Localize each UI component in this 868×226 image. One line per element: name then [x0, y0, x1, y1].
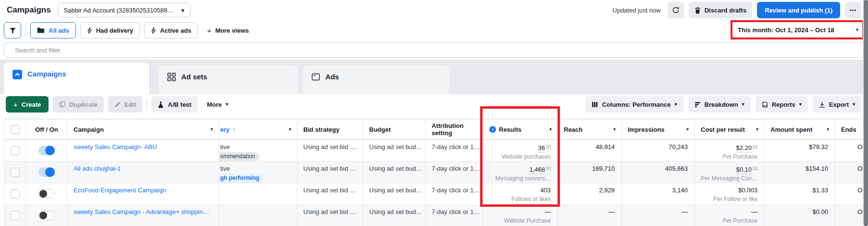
- campaigns-table: Off / On Campaign ▾ ery ↑ ▾ Bid strategy…: [4, 119, 863, 226]
- refresh-icon: [672, 6, 680, 14]
- ad-sets-grid-icon: [167, 73, 176, 81]
- chevron-down-icon: ▾: [549, 127, 552, 132]
- amount-spent-cell: $1.33: [765, 183, 835, 204]
- budget-cell: Using ad set bud…: [363, 183, 426, 204]
- create-button[interactable]: + Create: [6, 96, 49, 113]
- top-bar-actions: Updated just now Discard drafts Review: [612, 2, 861, 18]
- ends-cell: Ongoing: [835, 162, 863, 183]
- row-select-checkbox[interactable]: [4, 183, 26, 204]
- toolbar-right: Columns: Performance ▾ Breakdown ▾ Repor…: [585, 96, 861, 113]
- ad-account-name: Sabbir Ad Account (32835025310589…: [64, 7, 174, 14]
- search-input[interactable]: [4, 42, 864, 58]
- column-header-campaign[interactable]: Campaign ▾: [68, 119, 219, 139]
- campaign-toggle[interactable]: [38, 211, 55, 220]
- campaign-name-link[interactable]: All ads chuijhal-1: [74, 165, 121, 172]
- row-select-checkbox[interactable]: [4, 205, 26, 226]
- filters-button[interactable]: [4, 22, 21, 38]
- column-header-bid-strategy[interactable]: Bid strategy: [298, 119, 363, 139]
- campaign-toggle[interactable]: [38, 167, 55, 177]
- chevron-down-icon: ▾: [181, 7, 185, 13]
- view-chip-all-ads[interactable]: All ads: [30, 22, 76, 38]
- date-range-label: This month: Oct 1, 2024 – Oct 18: [738, 26, 834, 34]
- delivery-cell: tive gh performing: [219, 162, 298, 183]
- results-cell: 403 Follows or likes: [484, 183, 558, 204]
- reach-cell: 189,710: [558, 162, 622, 183]
- delivery-cell: [219, 183, 298, 204]
- column-header-delivery[interactable]: ery ↑ ▾: [219, 119, 298, 139]
- budget-cell: Using ad set bud…: [363, 162, 426, 183]
- chevron-down-icon: ▾: [756, 127, 758, 132]
- column-header-ends[interactable]: Ends: [835, 119, 863, 139]
- review-publish-button[interactable]: Review and publish (1): [757, 2, 840, 18]
- column-header-budget[interactable]: Budget: [363, 119, 426, 139]
- attribution-cell: 7-day click or 1…: [426, 162, 484, 183]
- campaign-name-link[interactable]: sweety Sales Campaign- ABU: [74, 143, 157, 151]
- discard-drafts-button[interactable]: Discard drafts: [689, 2, 752, 18]
- edit-button[interactable]: Edit: [108, 96, 143, 113]
- folder-icon: [37, 27, 45, 34]
- attribution-cell: 7-day click or 1…: [426, 183, 484, 204]
- ad-account-selector[interactable]: Sabbir Ad Account (32835025310589… ▾: [58, 3, 191, 17]
- view-chip-had-delivery[interactable]: Had delivery: [80, 22, 140, 38]
- row-select-checkbox[interactable]: [4, 162, 26, 183]
- tab-ad-sets[interactable]: Ad sets: [159, 65, 298, 94]
- tab-ads[interactable]: Ads: [303, 65, 449, 94]
- duplicate-button[interactable]: Duplicate: [53, 96, 104, 113]
- columns-dropdown[interactable]: Columns: Performance ▾: [585, 96, 683, 113]
- bid-strategy-cell: Using ad set bid …: [298, 140, 363, 161]
- select-all-checkbox[interactable]: [4, 119, 26, 139]
- view-chip-active-ads[interactable]: Active ads: [144, 22, 198, 38]
- campaign-toggle[interactable]: [38, 146, 55, 155]
- campaign-toggle[interactable]: [38, 189, 55, 199]
- table-row: EcoFood-Engagement Campaign Using ad set…: [4, 183, 863, 205]
- copy-icon: [59, 101, 65, 108]
- delivery-badge: ommendation: [219, 152, 260, 161]
- attribution-cell: 7-day click or 1…: [426, 140, 484, 161]
- amount-spent-cell: $0.00: [765, 205, 835, 226]
- breakdown-icon: [694, 101, 701, 108]
- chevron-down-icon: ▾: [799, 102, 802, 107]
- cost-per-result-cell: — Per Purchase: [695, 205, 765, 226]
- delivery-cell: [219, 205, 298, 226]
- export-icon: [819, 101, 825, 108]
- column-header-results[interactable]: i Results ▾: [484, 119, 558, 139]
- cost-per-result-cell: $2.20[2] Per Purchase: [695, 140, 765, 161]
- overflow-menu-button[interactable]: •••: [845, 2, 861, 18]
- columns-icon: [592, 101, 598, 108]
- cost-per-result-cell: $0.003 Per Follow or like: [695, 183, 765, 204]
- column-header-reach[interactable]: Reach ▾: [558, 119, 622, 139]
- column-header-attribution[interactable]: Attribution setting: [426, 119, 484, 139]
- campaign-name-link[interactable]: EcoFood-Engagement Campaign: [74, 187, 166, 194]
- campaign-name-link[interactable]: sweety Sales Campaign - Advantage+ shopp…: [74, 208, 209, 215]
- pencil-icon: [114, 101, 121, 108]
- more-dropdown[interactable]: More ▾: [202, 96, 233, 113]
- flask-icon: [158, 101, 164, 108]
- vertical-scrollbar[interactable]: [863, 0, 868, 226]
- chevron-down-icon: ▾: [211, 127, 213, 132]
- ads-manager-page: Campaigns Sabbir Ad Account (32835025310…: [0, 0, 868, 226]
- column-header-impressions[interactable]: Impressions ▾: [622, 119, 695, 139]
- amount-spent-cell: $154.10: [765, 162, 835, 183]
- bid-strategy-cell: Using ad set bid …: [298, 183, 363, 204]
- table-row: All ads chuijhal-1 tive gh performing Us…: [4, 162, 863, 183]
- reports-dropdown[interactable]: Reports ▾: [756, 96, 808, 113]
- bid-strategy-cell: Using ad set bid …: [298, 162, 363, 183]
- scrollbar-thumb[interactable]: [864, 0, 868, 226]
- reach-cell: —: [558, 205, 622, 226]
- ab-test-button[interactable]: A/B test: [151, 96, 198, 113]
- reach-cell: 2,928: [558, 183, 622, 204]
- export-dropdown[interactable]: Export ▾: [813, 96, 861, 113]
- tab-campaigns[interactable]: Campaigns: [4, 63, 149, 94]
- ellipsis-icon: •••: [850, 7, 857, 13]
- column-header-amount-spent[interactable]: Amount spent ▾: [765, 119, 835, 139]
- row-select-checkbox[interactable]: [4, 140, 26, 161]
- column-header-cost-per-result[interactable]: Cost per result ▾: [695, 119, 765, 139]
- breakdown-dropdown[interactable]: Breakdown ▾: [688, 96, 751, 113]
- refresh-button[interactable]: [668, 2, 684, 18]
- date-range-selector[interactable]: This month: Oct 1, 2024 – Oct 18 ▾: [732, 22, 862, 38]
- impressions-cell: 70,243: [622, 140, 695, 161]
- bolt-icon: [87, 27, 92, 34]
- budget-cell: Using ad set bud…: [363, 140, 426, 161]
- more-views-button[interactable]: + More views: [202, 22, 254, 38]
- level-tabs: Campaigns Ad sets Ads: [0, 60, 868, 94]
